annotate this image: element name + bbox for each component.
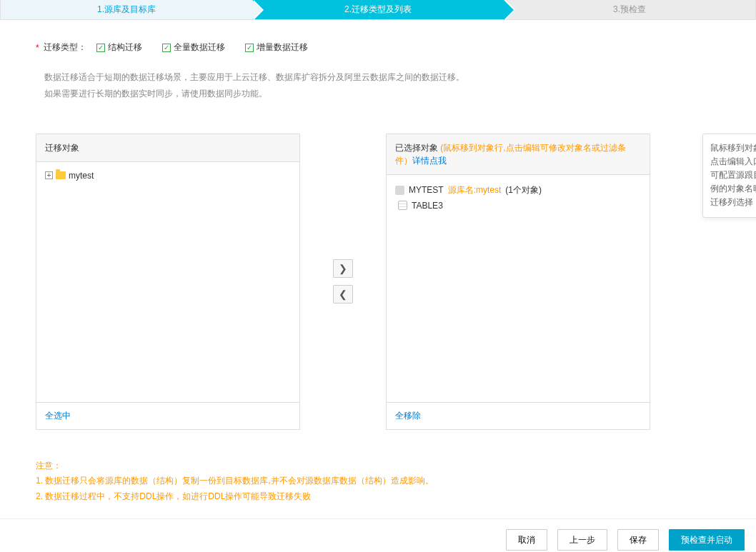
checkbox-incremental[interactable]: ✓增量数据迁移 xyxy=(245,41,308,54)
checkbox-structure[interactable]: ✓结构迁移 xyxy=(96,41,142,54)
selected-panel-title: 已选择对象 xyxy=(395,143,438,153)
source-objects-panel: 迁移对象 + mytest 全选中 xyxy=(36,134,300,430)
move-right-button[interactable]: ❯ xyxy=(333,259,353,278)
step-bar: 1.源库及目标库 2.迁移类型及列表 3.预检查 xyxy=(0,0,756,20)
save-button[interactable]: 保存 xyxy=(617,529,659,551)
table-icon xyxy=(398,201,407,210)
folder-icon xyxy=(56,171,66,179)
cancel-button[interactable]: 取消 xyxy=(506,529,547,551)
selected-list: MYTEST 源库名:mytest (1个对象) TABLE3 xyxy=(387,175,650,402)
select-all-link[interactable]: 全选中 xyxy=(45,411,71,421)
tree-item-label: mytest xyxy=(69,171,94,181)
prev-button[interactable]: 上一步 xyxy=(557,529,607,551)
selected-table-item[interactable]: TABLE3 xyxy=(395,199,641,213)
required-star: * xyxy=(36,43,39,53)
precheck-button[interactable]: 预检查并启动 xyxy=(669,529,745,551)
step-2: 2.迁移类型及列表 xyxy=(252,0,504,19)
detail-link[interactable]: 详情点我 xyxy=(412,156,447,166)
selected-objects-panel: 已选择对象 (鼠标移到对象行,点击编辑可修改对象名或过滤条件）详情点我 MYTE… xyxy=(386,134,650,430)
notice-line-2: 2. 数据迁移过程中，不支持DDL操作，如进行DDL操作可能导致迁移失败 xyxy=(36,489,720,505)
source-panel-title: 迁移对象 xyxy=(36,134,299,162)
selected-db-source: 源库名:mytest xyxy=(448,184,502,196)
source-tree: + mytest xyxy=(36,162,299,402)
selected-db-name: MYTEST xyxy=(409,185,444,195)
hover-tooltip: 鼠标移到对象上，点击编辑入口，即可配置源跟目标实例的对象名映射及迁移列选择 xyxy=(702,134,756,218)
description-text: 数据迁移适合于短期的数据迁移场景，主要应用于上云迁移、数据库扩容拆分及阿里云数据… xyxy=(36,69,720,102)
notice-line-1: 1. 数据迁移只会将源库的数据（结构）复制一份到目标数据库,并不会对源数据库数据… xyxy=(36,473,720,489)
notice-block: 注意： 1. 数据迁移只会将源库的数据（结构）复制一份到目标数据库,并不会对源数… xyxy=(36,458,720,505)
expand-icon[interactable]: + xyxy=(45,171,53,179)
checkbox-full-data[interactable]: ✓全量数据迁移 xyxy=(162,41,225,54)
step-1[interactable]: 1.源库及目标库 xyxy=(1,0,252,19)
migration-type-row: * 迁移类型： ✓结构迁移 ✓全量数据迁移 ✓增量数据迁移 xyxy=(36,41,720,54)
remove-all-link[interactable]: 全移除 xyxy=(395,411,421,421)
tree-item-mytest[interactable]: + mytest xyxy=(45,169,291,182)
selected-panel-header: 已选择对象 (鼠标移到对象行,点击编辑可修改对象名或过滤条件）详情点我 xyxy=(387,134,650,175)
migration-type-label: 迁移类型： xyxy=(44,41,86,54)
selected-table-name: TABLE3 xyxy=(412,201,443,211)
move-left-button[interactable]: ❮ xyxy=(333,285,353,303)
selected-db-item[interactable]: MYTEST 源库名:mytest (1个对象) xyxy=(395,182,641,199)
transfer-buttons: ❯ ❮ xyxy=(300,134,386,430)
database-icon xyxy=(395,186,404,195)
step-3: 3.预检查 xyxy=(504,0,755,19)
notice-title: 注意： xyxy=(36,458,720,474)
footer-actions: 取消 上一步 保存 预检查并启动 xyxy=(0,518,756,552)
selected-db-count: (1个对象) xyxy=(505,184,542,196)
